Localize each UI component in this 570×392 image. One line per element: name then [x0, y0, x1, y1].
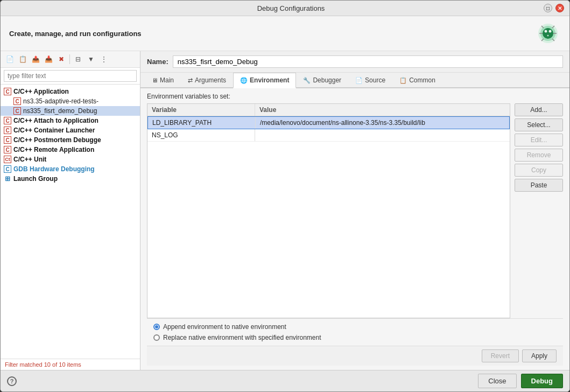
main-content: 📄 📋 📤 📥 ✖ ⊟ ▼ ⋮ C C/C++ Application C — [1, 51, 569, 370]
gdbhw-icon: C — [4, 165, 11, 173]
maximize-button[interactable]: □ — [544, 4, 552, 12]
radio-area: Append environment to native environment… — [147, 318, 563, 346]
tab-main[interactable]: 🖥 Main — [145, 73, 181, 87]
window-title: Debug Configurations — [38, 4, 544, 12]
cppcontainer-label: C/C++ Container Launcher — [13, 127, 95, 134]
ns335demo-label: ns335_fisrt_demo_Debug — [23, 107, 97, 115]
tree-item-cppattach[interactable]: C C/C++ Attach to Application — [1, 116, 140, 125]
tab-debugger[interactable]: 🔧 Debugger — [296, 73, 348, 87]
cpppostmortem-label: C/C++ Postmortem Debugge — [13, 136, 101, 144]
view-menu-button[interactable]: ⋮ — [98, 53, 110, 65]
paste-button[interactable]: Paste — [515, 179, 563, 192]
environment-tab-icon: 🌐 — [240, 77, 248, 84]
env-panel: Environment variables to set: Variable V… — [140, 88, 569, 370]
launchgroup-label: Launch Group — [13, 175, 58, 183]
debug-button[interactable]: Debug — [521, 374, 563, 388]
tab-main-label: Main — [160, 76, 174, 84]
title-bar-controls: □ ✕ — [544, 4, 564, 12]
svg-point-3 — [545, 30, 547, 33]
tab-arguments-label: Arguments — [195, 76, 226, 84]
ns335-icon: C — [13, 97, 21, 105]
filter-input-wrap — [1, 68, 140, 85]
name-row: Name: — [140, 51, 569, 73]
env-row-ns-log[interactable]: NS_LOG — [147, 129, 510, 142]
footer-bar: ? Close Debug — [1, 370, 569, 391]
ld-library-path-var: LD_LIBRARY_PATH — [148, 117, 256, 129]
tab-common[interactable]: 📋 Common — [392, 73, 442, 87]
export-config-button[interactable]: 📤 — [30, 53, 41, 65]
cppapp-icon: C — [4, 88, 11, 95]
close-button[interactable]: ✕ — [555, 4, 564, 12]
cpppostmortem-icon: C — [4, 136, 11, 144]
tab-common-label: Common — [409, 76, 435, 84]
col-value-header: Value — [255, 104, 510, 116]
edit-button[interactable]: Edit... — [515, 134, 563, 146]
remove-button[interactable]: Remove — [515, 149, 563, 162]
copy-button[interactable]: Copy — [515, 164, 563, 177]
select-button[interactable]: Select... — [515, 118, 563, 131]
radio-replace-circle — [153, 334, 160, 341]
delete-config-button[interactable]: ✖ — [55, 53, 67, 65]
arguments-tab-icon: ⇄ — [188, 77, 193, 84]
tree-item-cppapp[interactable]: C C/C++ Application — [1, 87, 140, 96]
new-config-button[interactable]: 📄 — [4, 53, 16, 65]
left-panel: 📄 📋 📤 📥 ✖ ⊟ ▼ ⋮ C C/C++ Application C — [1, 51, 140, 370]
apply-button[interactable]: Apply — [522, 349, 557, 362]
env-content: Variable Value LD_LIBRARY_PATH /media/le… — [147, 103, 563, 318]
cppunit-icon: Ct — [4, 156, 11, 163]
tree-item-ns335demo[interactable]: C ns335_fisrt_demo_Debug — [1, 106, 140, 116]
cppapp-label: C/C++ Application — [13, 88, 69, 95]
ns335-label: ns3.35-adaptive-red-tests- — [23, 97, 98, 105]
svg-point-5 — [547, 35, 549, 37]
radio-append[interactable]: Append environment to native environment — [153, 323, 557, 331]
col-variable-header: Variable — [147, 104, 255, 116]
cppunit-label: C/C++ Unit — [13, 156, 46, 163]
radio-replace-label: Replace native environment with specifie… — [163, 334, 321, 341]
add-button[interactable]: Add... — [515, 103, 563, 116]
filter-status: Filter matched 10 of 10 items — [1, 359, 140, 370]
tab-debugger-label: Debugger — [313, 76, 341, 84]
tabs-row: 🖥 Main ⇄ Arguments 🌐 Environment 🔧 Debug… — [140, 73, 569, 88]
filter-button[interactable]: ▼ — [85, 53, 97, 65]
ns335demo-icon: C — [13, 107, 21, 115]
env-row-ld-library-path[interactable]: LD_LIBRARY_PATH /media/lenovo/document/n… — [147, 116, 510, 129]
svg-point-4 — [549, 30, 552, 33]
table-header: Variable Value — [147, 104, 510, 116]
import-config-button[interactable]: 📥 — [43, 53, 54, 65]
close-button-footer[interactable]: Close — [478, 374, 516, 388]
tree-item-cppcontainer[interactable]: C C/C++ Container Launcher — [1, 125, 140, 135]
debug-configurations-window: Debug Configurations □ ✕ Create, manage,… — [0, 0, 570, 392]
tab-arguments[interactable]: ⇄ Arguments — [181, 73, 233, 87]
tree-item-cppunit[interactable]: Ct C/C++ Unit — [1, 155, 140, 164]
radio-append-circle — [153, 324, 160, 330]
cppattach-icon: C — [4, 117, 11, 124]
filter-input[interactable] — [4, 70, 137, 82]
tree-item-launchgroup[interactable]: ⊞ Launch Group — [1, 174, 140, 184]
cppremote-icon: C — [4, 146, 11, 153]
tree-item-gdbhw[interactable]: C GDB Hardware Debugging — [1, 164, 140, 174]
tab-environment-label: Environment — [250, 76, 289, 84]
env-label: Environment variables to set: — [147, 93, 563, 100]
collapse-all-button[interactable]: ⊟ — [72, 53, 84, 65]
filter-status-text: Filter matched 10 of 10 items — [5, 361, 81, 368]
tree-item-cppremote[interactable]: C C/C++ Remote Application — [1, 145, 140, 155]
gdbhw-label: GDB Hardware Debugging — [13, 165, 95, 173]
name-input[interactable] — [173, 55, 563, 68]
revert-button[interactable]: Revert — [482, 349, 519, 362]
debugger-tab-icon: 🔧 — [303, 77, 311, 84]
common-tab-icon: 📋 — [399, 77, 407, 84]
debug-logo-icon — [535, 20, 561, 46]
tree-area: C C/C++ Application C ns3.35-adaptive-re… — [1, 85, 140, 359]
tree-item-ns335[interactable]: C ns3.35-adaptive-red-tests- — [1, 96, 140, 106]
tree-item-cpppostmortem[interactable]: C C/C++ Postmortem Debugge — [1, 135, 140, 145]
help-icon[interactable]: ? — [7, 376, 17, 386]
tab-source[interactable]: 📄 Source — [348, 73, 392, 87]
ns-log-val — [255, 129, 510, 141]
duplicate-config-button[interactable]: 📋 — [17, 53, 29, 65]
radio-replace[interactable]: Replace native environment with specifie… — [153, 334, 557, 341]
header-description: Create, manage, and run configurations — [9, 30, 142, 38]
right-panel: Name: 🖥 Main ⇄ Arguments 🌐 Environment — [140, 51, 569, 370]
tab-environment[interactable]: 🌐 Environment — [233, 73, 296, 88]
revert-apply-bar: Revert Apply — [147, 346, 563, 366]
ld-library-path-val: /media/lenovo/document/ns-allinone-3.35/… — [256, 117, 509, 129]
